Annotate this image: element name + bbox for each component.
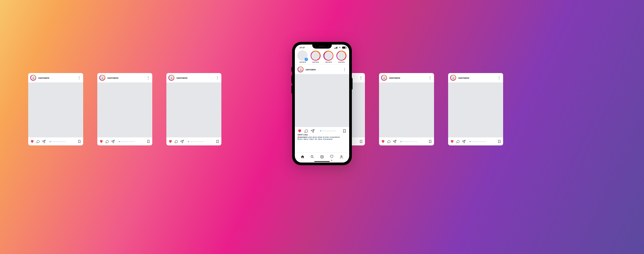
hashtag[interactable]: #consectetuer: [323, 138, 333, 140]
share-icon[interactable]: [462, 140, 466, 143]
battery-icon: [342, 47, 346, 49]
carousel-dots: [188, 141, 204, 142]
story-item[interactable]: username: [323, 51, 334, 63]
post-header: username: [448, 73, 503, 82]
comment-icon[interactable]: [304, 129, 308, 133]
more-icon[interactable]: [146, 76, 150, 79]
carousel-dots: [400, 141, 417, 142]
share-icon[interactable]: [393, 140, 396, 143]
post-username[interactable]: username: [107, 77, 146, 79]
phone-post: username 10547 Likes @username Lorem ips…: [295, 65, 349, 152]
tab-bar: [295, 152, 349, 161]
hashtag[interactable]: #sit: [315, 138, 317, 140]
post-image[interactable]: [379, 82, 434, 137]
bookmark-icon[interactable]: [77, 140, 81, 143]
post-username[interactable]: username: [38, 77, 77, 79]
heart-icon[interactable]: [298, 129, 302, 133]
profile-icon[interactable]: [339, 155, 343, 159]
hashtag[interactable]: #Lorem: [298, 138, 303, 140]
bookmark-icon[interactable]: [147, 140, 150, 143]
avatar[interactable]: [381, 75, 387, 81]
share-icon[interactable]: [180, 140, 184, 143]
hashtag[interactable]: #dolor: [310, 138, 314, 140]
comment-icon[interactable]: [456, 140, 460, 143]
post-image[interactable]: [166, 82, 221, 137]
status-time: 17:17: [300, 47, 305, 49]
bookmark-icon[interactable]: [428, 140, 432, 143]
post-username[interactable]: username: [389, 77, 428, 79]
post-header: username: [28, 73, 83, 82]
avatar[interactable]: [450, 75, 456, 81]
svg-point-4: [384, 77, 385, 78]
carousel-dots: [470, 141, 486, 142]
phone-screen: 17:17 username username username: [295, 45, 349, 163]
more-icon[interactable]: [342, 68, 346, 71]
comment-icon[interactable]: [36, 140, 40, 143]
more-icon[interactable]: [215, 76, 219, 79]
stories-row[interactable]: username username username username: [295, 50, 349, 65]
heart-icon[interactable]: [168, 139, 172, 143]
post-card[interactable]: username: [379, 73, 434, 145]
post-username[interactable]: username: [458, 77, 497, 79]
heart-icon[interactable]: [450, 139, 454, 143]
story-item[interactable]: username: [336, 51, 347, 63]
avatar[interactable]: [99, 75, 105, 81]
share-icon[interactable]: [111, 140, 115, 143]
post-header: username: [166, 73, 221, 82]
post-card[interactable]: username: [166, 73, 221, 145]
bookmark-icon[interactable]: [497, 140, 501, 143]
activity-icon[interactable]: [330, 154, 334, 160]
comment-icon[interactable]: [387, 140, 391, 143]
heart-icon[interactable]: [381, 139, 385, 143]
story-item[interactable]: username: [310, 51, 322, 63]
comment-icon[interactable]: [105, 140, 109, 143]
more-icon[interactable]: [77, 76, 81, 79]
wifi-icon: [338, 47, 341, 49]
post-card[interactable]: username: [28, 73, 83, 145]
signal-icon: [334, 47, 337, 49]
share-icon[interactable]: [42, 140, 46, 143]
svg-point-7: [311, 155, 313, 157]
post-image[interactable]: [28, 82, 83, 137]
share-icon[interactable]: [311, 129, 315, 133]
phone-post-username[interactable]: username: [306, 68, 342, 71]
bookmark-icon[interactable]: [216, 140, 219, 143]
heart-icon[interactable]: [99, 139, 103, 143]
bookmark-icon[interactable]: [359, 140, 363, 143]
more-icon[interactable]: [359, 76, 363, 79]
post-header: username: [97, 73, 152, 82]
hashtag[interactable]: #ipsum: [304, 138, 309, 140]
svg-line-8: [313, 157, 314, 158]
phone-post-header: username: [295, 65, 349, 74]
svg-point-12: [341, 155, 342, 157]
post-image[interactable]: [448, 82, 503, 137]
post-actions: [379, 137, 434, 145]
search-icon[interactable]: [310, 155, 314, 159]
carousel-dots: [50, 141, 66, 142]
svg-point-1: [102, 77, 103, 78]
add-post-icon[interactable]: [320, 155, 324, 159]
home-indicator[interactable]: [295, 161, 349, 163]
post-actions: [97, 137, 152, 145]
post-actions: [166, 137, 221, 145]
heart-icon[interactable]: [30, 139, 34, 143]
post-image[interactable]: [97, 82, 152, 137]
svg-point-2: [171, 77, 172, 78]
avatar[interactable]: [298, 66, 304, 72]
svg-point-5: [453, 77, 454, 78]
post-card[interactable]: username: [448, 73, 503, 145]
home-icon[interactable]: [301, 155, 305, 159]
avatar[interactable]: [30, 75, 36, 81]
phone-post-image[interactable]: [295, 74, 349, 127]
svg-point-6: [300, 68, 301, 69]
more-icon[interactable]: [428, 76, 432, 79]
more-icon[interactable]: [497, 76, 501, 79]
avatar[interactable]: [168, 75, 174, 81]
bookmark-icon[interactable]: [342, 129, 346, 133]
post-caption: @username Lorem ipsum dolore sit amet, c…: [295, 136, 349, 138]
story-own[interactable]: username: [297, 51, 309, 63]
post-username[interactable]: username: [176, 77, 215, 79]
comment-icon[interactable]: [174, 140, 178, 143]
post-card[interactable]: username: [97, 73, 152, 145]
hashtag[interactable]: #amet: [318, 138, 322, 140]
